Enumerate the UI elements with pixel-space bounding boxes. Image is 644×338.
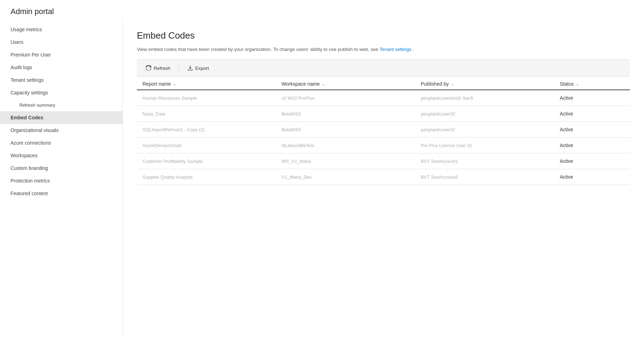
sidebar-item-azure-connections[interactable]: Azure connections [0,137,122,149]
cell-report_name-5: Supplier Quality Analysis [142,174,281,180]
table-row[interactable]: SQLImportRefresh1 - Copy (2)BetaWS5peopl… [137,122,630,138]
cell-published_by-3: Pro Plus License User 31 [421,143,560,148]
page-description: View embed codes that have been created … [137,46,630,53]
page-container: Admin portal Usage metricsUsersPremium P… [0,0,644,338]
page-title: Embed Codes [137,30,630,41]
tenant-settings-link[interactable]: Tenant settings [380,47,412,52]
description-suffix: . [413,47,414,52]
refresh-label: Refresh [154,66,170,71]
sidebar-item-refresh-summary[interactable]: Refresh summary [0,99,122,111]
cell-workspace_name-2: BetaWS5 [281,127,420,132]
cell-published_by-2: peoplacticuser32 [421,127,560,132]
column-label-report-name: Report name [142,81,171,87]
table-row[interactable]: Customer Profitability SampleWS_V2_Maria… [137,153,630,169]
table-row[interactable]: Nasa_DataBetaWS5peoplacticuser32Active [137,106,630,122]
sidebar-item-featured-content[interactable]: Featured content [0,187,122,200]
column-label-published-by: Published by [421,81,449,87]
sidebar-item-usage-metrics[interactable]: Usage metrics [0,23,122,36]
column-label-workspace-name: Workspace name [281,81,320,87]
sidebar-item-users[interactable]: Users [0,36,122,48]
table-header-workspace-name[interactable]: Workspace name⌄ [281,81,420,87]
table-header: Report name⌄Workspace name⌄Published by⌄… [137,77,630,90]
embed-codes-table: Report name⌄Workspace name⌄Published by⌄… [137,77,630,185]
admin-portal-title: Admin portal [11,7,54,16]
refresh-button[interactable]: Refresh [142,63,174,73]
header: Admin portal [0,0,644,20]
cell-workspace_name-4: WS_V2_Maria [281,159,420,164]
table-header-report-name[interactable]: Report name⌄ [142,81,281,87]
cell-report_name-1: Nasa_Data [142,111,281,117]
cell-report_name-2: SQLImportRefresh1 - Copy (2) [142,127,281,132]
cell-published_by-5: BVT TestAccount2 [421,174,560,180]
cell-workspace_name-0: v2 W10 ProPlus [281,95,420,101]
cell-workspace_name-1: BetaWS5 [281,111,420,117]
table-row[interactable]: Human Resources Samplev2 W10 ProPluspeop… [137,90,630,106]
toolbar-separator [179,65,179,72]
cell-published_by-0: peoplacticuserland2 San5 [421,95,560,101]
cell-report_name-4: Customer Profitability Sample [142,159,281,164]
sidebar-item-audit-logs[interactable]: Audit logs [0,61,122,74]
export-button[interactable]: Export [184,63,212,73]
sidebar-item-capacity-settings[interactable]: Capacity settings [0,86,122,99]
sidebar-item-embed-codes[interactable]: Embed Codes [0,111,122,124]
cell-status-0: Active [560,95,630,101]
sidebar-item-tenant-settings[interactable]: Tenant settings [0,74,122,86]
table-row[interactable]: AzureDevopsSmallItILbasedBkTestPro Plus … [137,138,630,153]
export-icon [187,65,193,71]
sidebar-item-workspaces[interactable]: Workspaces [0,149,122,162]
table-header-published-by[interactable]: Published by⌄ [421,81,560,87]
cell-published_by-4: BVT TestAccount1 [421,159,560,164]
table-body: Human Resources Samplev2 W10 ProPluspeop… [137,90,630,185]
cell-report_name-3: AzureDevopsSmall [142,143,281,148]
sort-icon-workspace-name: ⌄ [322,82,325,86]
content-area: Embed Codes View embed codes that have b… [123,20,644,338]
cell-status-1: Active [560,111,630,117]
cell-status-5: Active [560,174,630,180]
sidebar-item-organizational-visuals[interactable]: Organizational visuals [0,124,122,137]
main-layout: Usage metricsUsersPremium Per UserAudit … [0,20,644,338]
cell-report_name-0: Human Resources Sample [142,95,281,101]
cell-status-3: Active [560,143,630,148]
cell-published_by-1: peoplacticuser32 [421,111,560,117]
description-text: View embed codes that have been created … [137,47,380,52]
toolbar: Refresh Export [137,59,630,77]
cell-workspace_name-3: ItILbasedBkTest [281,143,420,148]
column-label-status: Status [560,81,574,87]
cell-workspace_name-5: V1_Maria_Dec [281,174,420,180]
cell-status-4: Active [560,158,630,164]
sidebar: Usage metricsUsersPremium Per UserAudit … [0,20,123,338]
table-header-status[interactable]: Status⌄ [560,81,630,87]
table-row[interactable]: Supplier Quality AnalysisV1_Maria_DecBVT… [137,169,630,185]
sidebar-item-custom-branding[interactable]: Custom branding [0,162,122,174]
sidebar-item-protection-metrics[interactable]: Protection metrics [0,174,122,187]
sidebar-item-premium-per-user[interactable]: Premium Per User [0,48,122,61]
export-label: Export [195,66,209,71]
cell-status-2: Active [560,127,630,132]
sort-icon-status: ⌄ [576,82,579,86]
sort-icon-report-name: ⌄ [173,82,176,86]
sort-icon-published-by: ⌄ [451,82,454,86]
refresh-icon [146,65,152,71]
